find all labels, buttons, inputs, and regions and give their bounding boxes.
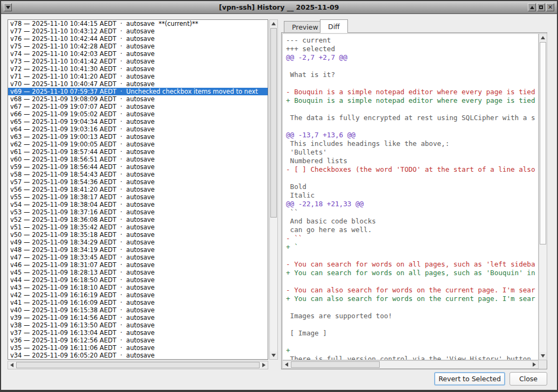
diff-line: @@ -13,7 +13,6 @@: [286, 131, 538, 139]
list-item[interactable]: v52 — 2025-11-09 18:36:08 AEDT · autosav…: [8, 216, 268, 223]
close-icon: ✕: [548, 5, 553, 10]
list-item[interactable]: v72 — 2025-11-10 10:41:30 AEDT · autosav…: [8, 65, 268, 73]
diff-line: - You can search for words on all pages,…: [286, 260, 538, 269]
list-item[interactable]: v43 — 2025-11-09 16:18:10 AEDT · autosav…: [8, 284, 268, 291]
list-item[interactable]: v47 — 2025-11-09 18:33:45 AEDT · autosav…: [8, 254, 268, 261]
diff-vertical-scrollbar[interactable]: [539, 33, 547, 360]
history-list[interactable]: v78 — 2025-11-10 10:44:15 AEDT · autosav…: [8, 19, 268, 360]
close-window-button[interactable]: ✕: [546, 3, 554, 11]
diff-line: Numbered lists: [286, 157, 538, 165]
titlebar[interactable]: [vpn-ssh] History __ 2025-11-09 ✕: [1, 1, 557, 14]
window-title: [vpn-ssh] History __ 2025-11-09: [1, 3, 557, 11]
list-item[interactable]: v60 — 2025-11-09 18:56:51 AEDT · autosav…: [8, 156, 268, 163]
list-item[interactable]: v50 — 2025-11-09 18:35:18 AEDT · autosav…: [8, 231, 268, 239]
diff-line: And basic code blocks: [286, 217, 538, 226]
list-vertical-scrollbar[interactable]: [269, 19, 278, 360]
scroll-right-button[interactable]: [531, 361, 538, 368]
list-item[interactable]: v70 — 2025-11-10 10:40:47 AEDT · autosav…: [8, 80, 268, 88]
list-item[interactable]: v38 — 2025-11-09 16:13:50 AEDT · autosav…: [8, 321, 268, 329]
list-item[interactable]: v78 — 2025-11-10 10:44:15 AEDT · autosav…: [8, 20, 268, 27]
tab-diff[interactable]: Diff: [320, 19, 348, 33]
right-arrow-icon: [262, 363, 266, 367]
list-item[interactable]: v76 — 2025-11-10 10:42:44 AEDT · autosav…: [8, 35, 268, 43]
list-item[interactable]: v42 — 2025-11-09 16:16:19 AEDT · autosav…: [8, 291, 268, 299]
maximize-button[interactable]: [537, 3, 545, 11]
list-item[interactable]: v41 — 2025-11-09 16:16:09 AEDT · autosav…: [8, 299, 268, 306]
list-item[interactable]: v56 — 2025-11-09 18:41:20 AEDT · autosav…: [8, 186, 268, 193]
diff-line: - Bouquin is a simple notepad editor whe…: [286, 88, 538, 96]
up-arrow-icon: [271, 22, 276, 25]
diff-line: This includes headings like the above,:: [286, 139, 538, 148]
revert-to-selected-button[interactable]: Revert to Selected: [434, 372, 505, 386]
list-item[interactable]: v74 — 2025-11-10 10:42:03 AEDT · autosav…: [8, 50, 268, 58]
window-controls: ✕: [528, 3, 554, 11]
list-hscroll-thumb[interactable]: [16, 362, 260, 368]
diff-line: Bold: [286, 183, 538, 191]
shade-icon: [530, 6, 534, 9]
diff-line: [286, 62, 538, 71]
list-item[interactable]: v46 — 2025-11-09 18:31:07 AEDT · autosav…: [8, 261, 268, 269]
scroll-right-button[interactable]: [260, 361, 268, 369]
list-item[interactable]: v63 — 2025-11-09 19:00:13 AEDT · autosav…: [8, 133, 268, 141]
list-horizontal-scrollbar[interactable]: [8, 361, 268, 369]
list-item[interactable]: v48 — 2025-11-09 18:34:19 AEDT · autosav…: [8, 246, 268, 254]
list-item[interactable]: v45 — 2025-11-09 18:28:13 AEDT · autosav…: [8, 269, 268, 276]
list-item[interactable]: v37 — 2025-11-09 16:13:04 AEDT · autosav…: [8, 329, 268, 337]
list-item[interactable]: v33 — 2025-11-09 16:05:01 AEDT · autosav…: [8, 359, 268, 360]
list-item[interactable]: v71 — 2025-11-10 10:41:20 AEDT · autosav…: [8, 73, 268, 80]
list-item[interactable]: v77 — 2025-11-10 10:43:12 AEDT · autosav…: [8, 27, 268, 35]
list-vscroll-thumb[interactable]: [270, 28, 277, 218]
list-item[interactable]: v75 — 2025-11-10 10:42:28 AEDT · autosav…: [8, 43, 268, 50]
list-item[interactable]: v39 — 2025-11-09 16:14:56 AEDT · autosav…: [8, 314, 268, 321]
list-item[interactable]: v68 — 2025-11-09 19:08:09 AEDT · autosav…: [8, 95, 268, 103]
shade-button[interactable]: [528, 3, 536, 11]
list-item[interactable]: v62 — 2025-11-09 19:00:05 AEDT · autosav…: [8, 141, 268, 148]
diff-line: [286, 338, 538, 346]
list-item[interactable]: v73 — 2025-11-10 10:41:42 AEDT · autosav…: [8, 58, 268, 65]
diff-line: - ``: [286, 234, 538, 243]
up-arrow-icon: [541, 36, 545, 39]
scroll-up-button[interactable]: [270, 20, 277, 27]
left-arrow-icon: [285, 362, 288, 367]
diff-text-area[interactable]: --- current+++ selected@@ -2,7 +2,7 @@ W…: [282, 33, 539, 360]
close-button[interactable]: Close: [510, 372, 547, 386]
list-item[interactable]: v49 — 2025-11-09 18:34:29 AEDT · autosav…: [8, 239, 268, 246]
diff-line: - [ ] Checkboxes (the word 'TODO' at the…: [286, 165, 538, 174]
diff-line: - You can also search for words on the c…: [286, 286, 538, 295]
diff-line: + You can search for words on all pages,…: [286, 269, 538, 277]
list-item[interactable]: v61 — 2025-11-09 18:57:44 AEDT · autosav…: [8, 148, 268, 156]
list-item[interactable]: v58 — 2025-11-09 18:54:43 AEDT · autosav…: [8, 171, 268, 178]
diff-pane: --- current+++ selected@@ -2,7 +2,7 @@ W…: [281, 32, 547, 369]
list-item[interactable]: v51 — 2025-11-09 18:35:42 AEDT · autosav…: [8, 223, 268, 231]
diff-hscroll-thumb[interactable]: [291, 361, 380, 368]
scroll-down-button[interactable]: [539, 352, 547, 360]
diff-line: [286, 251, 538, 260]
list-item[interactable]: v34 — 2025-11-09 16:05:20 AEDT · autosav…: [8, 352, 268, 359]
scroll-down-button[interactable]: [270, 352, 277, 359]
list-item[interactable]: v55 — 2025-11-09 18:38:17 AEDT · autosav…: [8, 193, 268, 201]
list-item[interactable]: v65 — 2025-11-09 19:04:34 AEDT · autosav…: [8, 118, 268, 125]
list-item[interactable]: v35 — 2025-11-09 16:11:06 AEDT · autosav…: [8, 344, 268, 352]
maximize-icon: [539, 5, 543, 9]
list-item[interactable]: v69 — 2025-11-10 07:59:37 AEDT · Uncheck…: [8, 88, 268, 95]
list-item[interactable]: v54 — 2025-11-09 18:38:04 AEDT · autosav…: [8, 201, 268, 208]
scroll-left-button[interactable]: [283, 361, 290, 368]
list-item[interactable]: v59 — 2025-11-09 18:56:44 AEDT · autosav…: [8, 163, 268, 171]
list-item[interactable]: v53 — 2025-11-09 18:37:16 AEDT · autosav…: [8, 208, 268, 216]
list-item[interactable]: v36 — 2025-11-09 16:12:56 AEDT · autosav…: [8, 337, 268, 344]
history-window: [vpn-ssh] History __ 2025-11-09 ✕ v78 — …: [0, 0, 558, 392]
down-arrow-icon: [541, 354, 545, 358]
list-item[interactable]: v67 — 2025-11-09 19:07:07 AEDT · autosav…: [8, 103, 268, 110]
diff-vscroll-thumb[interactable]: [540, 42, 546, 244]
list-item[interactable]: v40 — 2025-11-09 16:15:38 AEDT · autosav…: [8, 306, 268, 314]
list-item[interactable]: v64 — 2025-11-09 19:03:16 AEDT · autosav…: [8, 125, 268, 133]
diff-line: + Bouquin is a simple notepad editor whe…: [286, 96, 538, 105]
diff-horizontal-scrollbar[interactable]: [282, 360, 539, 369]
list-item[interactable]: v57 — 2025-11-09 18:54:36 AEDT · autosav…: [8, 178, 268, 186]
list-item[interactable]: v44 — 2025-11-09 16:18:50 AEDT · autosav…: [8, 276, 268, 284]
down-arrow-icon: [271, 354, 276, 357]
list-item[interactable]: v66 — 2025-11-09 19:05:02 AEDT · autosav…: [8, 110, 268, 118]
scroll-up-button[interactable]: [539, 34, 547, 41]
scroll-left-button[interactable]: [8, 361, 16, 369]
diff-line: What is it?: [286, 71, 538, 79]
